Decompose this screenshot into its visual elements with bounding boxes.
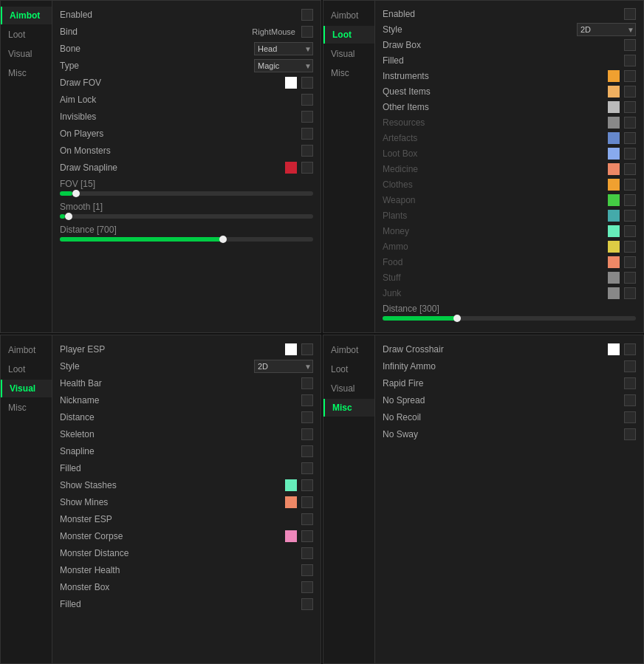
visual-monsterbox-toggle[interactable] (301, 581, 313, 593)
visual-mines-toggle[interactable] (301, 496, 313, 508)
misc-nospread-toggle[interactable] (624, 394, 636, 406)
aimbot-drawfov-color[interactable] (285, 77, 297, 89)
loot-junk-color[interactable] (608, 287, 620, 299)
aimbot-type-select[interactable]: MagicBulletBoth (254, 59, 313, 72)
visual-style-select[interactable]: 2D3D (254, 360, 313, 373)
aimbot-snapline-toggle[interactable] (301, 162, 313, 174)
sidebar-item-visual-br[interactable]: Visual (323, 380, 374, 397)
sidebar-item-visual-bl[interactable]: Visual (1, 380, 52, 397)
sidebar-item-aimbot-tl[interactable]: Aimbot (1, 7, 52, 24)
misc-crosshair-toggle[interactable] (624, 343, 636, 355)
sidebar-item-misc-bl[interactable]: Misc (1, 399, 52, 417)
loot-plants-toggle[interactable] (624, 210, 636, 222)
loot-medicine-toggle[interactable] (624, 163, 636, 175)
loot-lootbox-color[interactable] (608, 148, 620, 160)
visual-playeresp-toggle[interactable] (301, 343, 313, 355)
loot-questitems-toggle[interactable] (624, 86, 636, 97)
loot-style-row: Style 2D3D ▼ (383, 22, 636, 37)
visual-distance-toggle[interactable] (301, 411, 313, 423)
loot-food-toggle[interactable] (624, 256, 636, 268)
sidebar-item-loot-tr[interactable]: Loot (323, 26, 374, 44)
visual-monstercorpse-toggle[interactable] (301, 530, 313, 542)
visual-monsterhealth-toggle[interactable] (301, 564, 313, 576)
visual-snapline-toggle[interactable] (301, 445, 313, 457)
fov-slider-thumb[interactable] (72, 190, 80, 197)
loot-distance-slider-track[interactable] (383, 316, 636, 321)
loot-lootbox-toggle[interactable] (624, 148, 636, 160)
loot-style-select[interactable]: 2D3D (577, 23, 636, 36)
loot-artefacts-color[interactable] (608, 132, 620, 144)
loot-ammo-toggle[interactable] (624, 241, 636, 253)
loot-junk-toggle[interactable] (624, 287, 636, 299)
loot-ammo-color[interactable] (608, 241, 620, 253)
loot-enabled-toggle[interactable] (624, 8, 636, 20)
loot-stuff-color[interactable] (608, 272, 620, 284)
aimbot-bind-toggle[interactable] (301, 26, 313, 38)
loot-resources-color[interactable] (608, 117, 620, 129)
sidebar-item-loot-br[interactable]: Loot (323, 360, 374, 378)
distance-slider-track-tl[interactable] (60, 237, 313, 242)
sidebar-item-aimbot-br[interactable]: Aimbot (323, 341, 374, 359)
misc-norecoil-toggle[interactable] (624, 411, 636, 423)
loot-instruments-color[interactable] (608, 70, 620, 82)
visual-stashes-toggle[interactable] (301, 479, 313, 491)
loot-clothes-color[interactable] (608, 179, 620, 191)
sidebar-item-aimbot-tr[interactable]: Aimbot (323, 7, 374, 24)
misc-rapidfire-toggle[interactable] (624, 377, 636, 389)
visual-skeleton-toggle[interactable] (301, 428, 313, 440)
aimbot-enabled-toggle[interactable] (301, 9, 313, 21)
visual-monsterdistance-toggle[interactable] (301, 547, 313, 559)
loot-food-label: Food (383, 257, 608, 267)
loot-stuff-toggle[interactable] (624, 272, 636, 284)
loot-weapon-color[interactable] (608, 194, 620, 206)
sidebar-item-misc-br[interactable]: Misc (323, 399, 374, 417)
sidebar-item-visual-tl[interactable]: Visual (1, 45, 52, 63)
loot-questitems-color[interactable] (608, 86, 620, 97)
aimbot-onmonsters-toggle[interactable] (301, 145, 313, 157)
aimbot-invisibles-toggle[interactable] (301, 111, 313, 123)
visual-mines-color[interactable] (285, 496, 297, 508)
aimbot-bone-select[interactable]: HeadNeckChest (254, 42, 313, 55)
loot-clothes-toggle[interactable] (624, 179, 636, 191)
smooth-slider-track[interactable] (60, 214, 313, 219)
loot-distance-slider-thumb[interactable] (453, 315, 461, 322)
sidebar-item-visual-tr[interactable]: Visual (323, 45, 374, 63)
visual-healthbar-toggle[interactable] (301, 377, 313, 389)
aimbot-onplayers-toggle[interactable] (301, 128, 313, 140)
loot-questitems-right (608, 86, 636, 97)
fov-slider-track[interactable] (60, 191, 313, 196)
aimbot-snapline-color[interactable] (285, 162, 297, 174)
misc-infinityammo-toggle[interactable] (624, 360, 636, 372)
sidebar-item-loot-tl[interactable]: Loot (1, 26, 52, 44)
loot-money-color[interactable] (608, 225, 620, 237)
visual-stashes-color[interactable] (285, 479, 297, 491)
loot-weapon-toggle[interactable] (624, 194, 636, 206)
distance-slider-thumb-tl[interactable] (219, 236, 227, 243)
loot-resources-toggle[interactable] (624, 117, 636, 129)
loot-drawbox-toggle[interactable] (624, 39, 636, 51)
visual-filled-toggle[interactable] (301, 462, 313, 474)
smooth-slider-thumb[interactable] (65, 213, 72, 220)
visual-monsteresp-toggle[interactable] (301, 513, 313, 525)
loot-medicine-color[interactable] (608, 163, 620, 175)
aimbot-aimlock-toggle[interactable] (301, 94, 313, 106)
loot-otheritems-toggle[interactable] (624, 101, 636, 113)
loot-money-toggle[interactable] (624, 225, 636, 237)
loot-otheritems-color[interactable] (608, 101, 620, 113)
sidebar-item-misc-tl[interactable]: Misc (1, 64, 52, 82)
loot-instruments-toggle[interactable] (624, 70, 636, 82)
visual-monstercorpse-color[interactable] (285, 530, 297, 542)
visual-playeresp-color[interactable] (285, 343, 297, 355)
sidebar-item-aimbot-bl[interactable]: Aimbot (1, 341, 52, 359)
loot-plants-color[interactable] (608, 210, 620, 222)
misc-crosshair-color[interactable] (608, 343, 620, 355)
loot-artefacts-toggle[interactable] (624, 132, 636, 144)
visual-filled2-toggle[interactable] (301, 598, 313, 610)
sidebar-item-loot-bl[interactable]: Loot (1, 360, 52, 378)
loot-food-color[interactable] (608, 256, 620, 268)
loot-filled-toggle[interactable] (624, 55, 636, 66)
visual-nickname-toggle[interactable] (301, 394, 313, 406)
sidebar-item-misc-tr[interactable]: Misc (323, 64, 374, 82)
misc-nosway-toggle[interactable] (624, 428, 636, 440)
aimbot-drawfov-toggle[interactable] (301, 77, 313, 89)
